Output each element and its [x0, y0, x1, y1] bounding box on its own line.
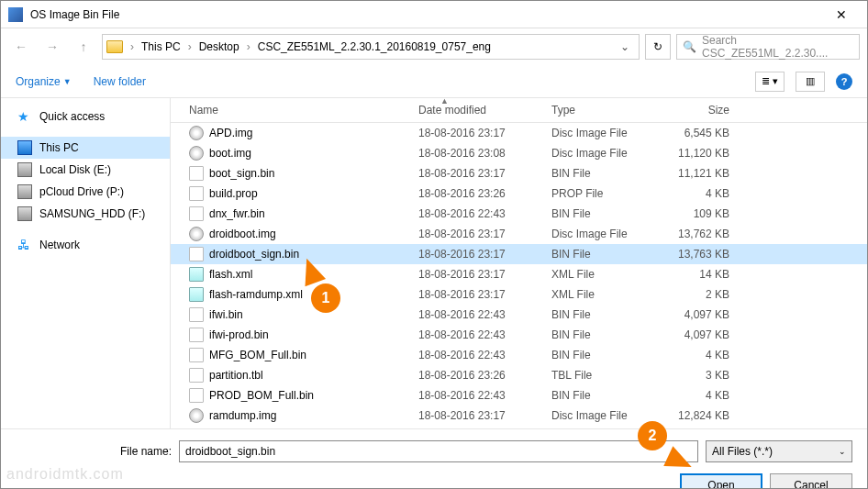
file-size: 4 KB: [666, 187, 744, 200]
file-row[interactable]: MFG_BOM_Full.bin18-08-2016 22:43BIN File…: [171, 345, 867, 365]
filename-label: File name:: [16, 445, 172, 458]
file-file-icon: [189, 206, 204, 221]
file-type: Disc Image File: [551, 228, 666, 240]
filename-input[interactable]: [179, 440, 698, 462]
crumb-folder[interactable]: CSC_ZE551ML_2.2.30.1_20160819_0757_eng: [254, 40, 495, 53]
file-list: ▲ Name Date modified Type Size APD.img18…: [171, 98, 867, 428]
file-name: MFG_BOM_Full.bin: [209, 349, 306, 361]
file-size: 109 KB: [666, 207, 744, 220]
file-name: boot_sign.bin: [209, 167, 274, 180]
col-type[interactable]: Type: [551, 104, 666, 117]
sidebar-item-samsung-hdd-f-[interactable]: SAMSUNG_HDD (F:): [1, 203, 170, 225]
sidebar-item-label: SAMSUNG_HDD (F:): [39, 207, 145, 220]
file-size: 4,097 KB: [666, 308, 744, 321]
file-file-icon: [189, 348, 204, 362]
search-input[interactable]: 🔍 Search CSC_ZE551ML_2.2.30....: [676, 34, 860, 60]
file-name: ifwi-prod.bin: [209, 328, 269, 341]
sidebar-item-network[interactable]: 🖧Network: [1, 234, 170, 256]
col-name[interactable]: Name: [189, 104, 418, 117]
footer: File name: All Files (*.*)⌄ Open Cancel: [1, 428, 867, 489]
file-row[interactable]: APD.img18-08-2016 23:17Disc Image File6,…: [171, 123, 867, 143]
preview-pane-button[interactable]: ▥: [796, 72, 825, 92]
file-name: ramdump.img: [209, 409, 276, 422]
pc-icon: [17, 140, 32, 155]
col-size[interactable]: Size: [666, 104, 744, 117]
file-type: XML File: [551, 288, 666, 301]
sidebar-item-this-pc[interactable]: This PC: [1, 137, 170, 159]
crumb-dropdown[interactable]: ⌄: [615, 40, 635, 53]
file-type: XML File: [551, 268, 666, 281]
up-button[interactable]: ↑: [71, 34, 96, 60]
file-name: PROD_BOM_Full.bin: [209, 389, 314, 402]
cancel-button[interactable]: Cancel: [770, 473, 852, 489]
file-row[interactable]: ifwi-prod.bin18-08-2016 22:43BIN File4,0…: [171, 325, 867, 345]
refresh-button[interactable]: ↻: [645, 34, 671, 60]
col-date[interactable]: Date modified: [418, 104, 551, 117]
file-row[interactable]: PROD_BOM_Full.bin18-08-2016 22:43BIN Fil…: [171, 385, 867, 406]
crumb-pc[interactable]: This PC: [138, 40, 184, 53]
sidebar-item-label: This PC: [39, 141, 79, 154]
file-type: TBL File: [551, 369, 666, 382]
file-size: 12,824 KB: [666, 409, 744, 422]
file-row[interactable]: build.prop18-08-2016 23:26PROP File4 KB: [171, 183, 867, 204]
file-name: APD.img: [209, 127, 252, 139]
disc-file-icon: [189, 227, 204, 241]
file-date: 18-08-2016 23:17: [418, 127, 551, 139]
file-name: partition.tbl: [209, 369, 263, 382]
file-row[interactable]: dnx_fwr.bin18-08-2016 22:43BIN File109 K…: [171, 204, 867, 224]
sidebar-item-label: pCloud Drive (P:): [39, 185, 124, 198]
back-button[interactable]: ←: [8, 34, 34, 60]
disc-file-icon: [189, 126, 204, 140]
file-row[interactable]: boot.img18-08-2016 23:08Disc Image File1…: [171, 143, 867, 163]
sidebar-item-pcloud-drive-p-[interactable]: pCloud Drive (P:): [1, 181, 170, 203]
column-headers: ▲ Name Date modified Type Size: [171, 98, 867, 123]
view-details-button[interactable]: ≣ ▾: [755, 72, 785, 92]
file-type: BIN File: [551, 349, 666, 361]
file-type: Disc Image File: [551, 409, 666, 422]
organize-button[interactable]: Organize▼: [16, 75, 72, 88]
file-row[interactable]: ramdump.img18-08-2016 23:17Disc Image Fi…: [171, 406, 867, 426]
file-size: 4,097 KB: [666, 328, 744, 341]
file-row[interactable]: ifwi.bin18-08-2016 22:43BIN File4,097 KB: [171, 305, 867, 325]
file-name: flash.xml: [209, 268, 252, 281]
sidebar-item-local-disk-e-[interactable]: Local Disk (E:): [1, 159, 170, 181]
forward-button[interactable]: →: [39, 34, 65, 60]
file-type: BIN File: [551, 389, 666, 402]
file-row[interactable]: flash-ramdump.xml18-08-2016 23:17XML Fil…: [171, 284, 867, 305]
disk-icon: [17, 162, 32, 177]
file-date: 18-08-2016 23:17: [418, 288, 551, 301]
file-row[interactable]: partition.tbl18-08-2016 23:26TBL File3 K…: [171, 365, 867, 385]
file-file-icon: [189, 388, 204, 403]
file-row[interactable]: droidboot.img18-08-2016 23:17Disc Image …: [171, 224, 867, 244]
file-file-icon: [189, 247, 204, 261]
file-name: ifwi.bin: [209, 308, 243, 321]
file-type: BIN File: [551, 248, 666, 261]
watermark: androidmtk.com: [6, 466, 124, 483]
file-name: droidboot.img: [209, 228, 276, 240]
crumb-desktop[interactable]: Desktop: [195, 40, 243, 53]
disc-file-icon: [189, 146, 204, 161]
help-icon[interactable]: ?: [836, 73, 852, 90]
search-icon: 🔍: [683, 40, 696, 53]
open-button[interactable]: Open: [680, 473, 762, 489]
file-size: 6,545 KB: [666, 127, 744, 139]
sidebar-item-label: Local Disk (E:): [39, 163, 111, 176]
xml-file-icon: [189, 287, 204, 302]
close-button[interactable]: ✕: [823, 7, 860, 22]
file-date: 18-08-2016 23:17: [418, 248, 551, 261]
app-icon: [8, 7, 23, 22]
sidebar-item-quick-access[interactable]: ★Quick access: [1, 106, 170, 128]
file-size: 13,763 KB: [666, 248, 744, 261]
file-type: BIN File: [551, 167, 666, 180]
breadcrumb[interactable]: › This PC › Desktop › CSC_ZE551ML_2.2.30…: [102, 34, 640, 60]
file-row[interactable]: flash.xml18-08-2016 23:17XML File14 KB: [171, 264, 867, 284]
file-size: 4 KB: [666, 389, 744, 402]
file-date: 18-08-2016 22:43: [418, 349, 551, 361]
newfolder-button[interactable]: New folder: [94, 75, 146, 88]
filetype-select[interactable]: All Files (*.*)⌄: [706, 440, 852, 462]
file-row[interactable]: droidboot_sign.bin18-08-2016 23:17BIN Fi…: [171, 244, 867, 264]
file-size: 11,121 KB: [666, 167, 744, 180]
file-date: 18-08-2016 22:43: [418, 328, 551, 341]
file-date: 18-08-2016 23:17: [418, 228, 551, 240]
file-row[interactable]: boot_sign.bin18-08-2016 23:17BIN File11,…: [171, 163, 867, 183]
